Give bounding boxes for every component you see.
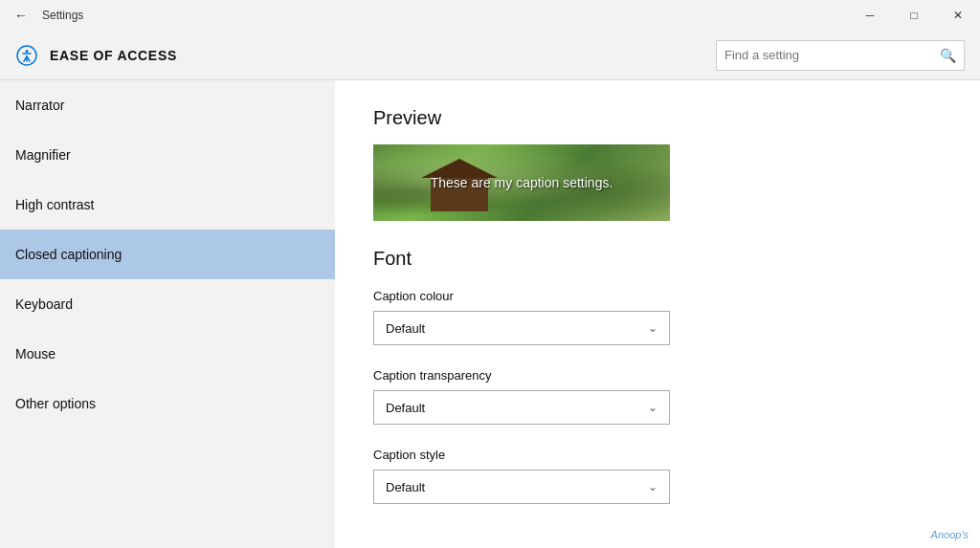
sidebar-item-label: Magnifier bbox=[15, 147, 71, 163]
sidebar-item-label: Narrator bbox=[15, 98, 64, 113]
sidebar-item-mouse[interactable]: Mouse bbox=[0, 329, 335, 379]
sidebar-item-keyboard[interactable]: Keyboard bbox=[0, 279, 335, 329]
sidebar-item-label: Other options bbox=[15, 396, 96, 411]
close-button[interactable]: ✕ bbox=[936, 0, 980, 31]
caption-style-value: Default bbox=[386, 480, 425, 494]
font-section-title: Font bbox=[373, 248, 942, 270]
caption-style-label: Caption style bbox=[373, 448, 942, 462]
titlebar-title: Settings bbox=[42, 9, 83, 22]
chevron-down-icon: ⌄ bbox=[648, 480, 657, 493]
restore-button[interactable]: □ bbox=[892, 0, 936, 31]
sidebar-item-label: High contrast bbox=[15, 197, 94, 212]
search-box[interactable]: 🔍 bbox=[716, 40, 965, 71]
search-input[interactable] bbox=[724, 48, 940, 62]
caption-colour-value: Default bbox=[386, 321, 425, 336]
minimize-button[interactable]: ─ bbox=[848, 0, 892, 31]
caption-colour-label: Caption colour bbox=[373, 289, 942, 303]
chevron-down-icon: ⌄ bbox=[648, 321, 657, 335]
sidebar-item-label: Keyboard bbox=[15, 296, 73, 312]
caption-colour-dropdown[interactable]: Default ⌄ bbox=[373, 311, 670, 345]
sidebar-item-magnifier[interactable]: Magnifier bbox=[0, 130, 335, 180]
sidebar-item-label: Mouse bbox=[15, 346, 56, 362]
sidebar-item-closed-captioning[interactable]: Closed captioning bbox=[0, 230, 335, 279]
sidebar: Narrator Magnifier High contrast Closed … bbox=[0, 80, 335, 548]
preview-section-title: Preview bbox=[373, 107, 942, 129]
content-area: Preview These are my caption settings. F… bbox=[335, 80, 980, 548]
sidebar-item-other-options[interactable]: Other options bbox=[0, 379, 335, 428]
sidebar-item-high-contrast[interactable]: High contrast bbox=[0, 180, 335, 230]
caption-style-dropdown[interactable]: Default ⌄ bbox=[373, 470, 670, 504]
header: EASE OF ACCESS 🔍 bbox=[0, 31, 980, 80]
search-icon: 🔍 bbox=[940, 48, 956, 63]
header-left: EASE OF ACCESS bbox=[15, 44, 177, 67]
page-title: EASE OF ACCESS bbox=[50, 48, 177, 63]
titlebar-left: ← Settings bbox=[8, 2, 83, 29]
preview-caption-text: These are my caption settings. bbox=[431, 175, 613, 190]
back-button[interactable]: ← bbox=[8, 2, 34, 29]
caption-transparency-dropdown[interactable]: Default ⌄ bbox=[373, 390, 670, 425]
chevron-down-icon: ⌄ bbox=[648, 401, 657, 414]
caption-transparency-value: Default bbox=[386, 401, 425, 415]
sidebar-item-label: Closed captioning bbox=[15, 247, 122, 262]
titlebar: ← Settings ─ □ ✕ bbox=[0, 0, 980, 31]
titlebar-controls: ─ □ ✕ bbox=[848, 0, 980, 31]
preview-image: These are my caption settings. bbox=[373, 144, 670, 221]
sidebar-item-narrator[interactable]: Narrator bbox=[0, 80, 335, 130]
ease-of-access-icon bbox=[15, 44, 38, 67]
caption-transparency-label: Caption transparency bbox=[373, 368, 942, 383]
watermark: Anoop's bbox=[931, 529, 969, 540]
main-layout: Narrator Magnifier High contrast Closed … bbox=[0, 80, 980, 548]
